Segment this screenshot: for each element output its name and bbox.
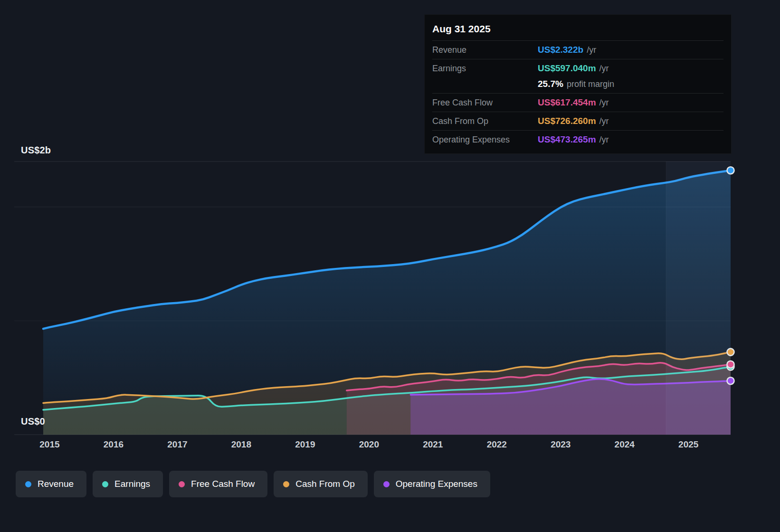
- tooltip-value: 25.7%profit margin: [538, 79, 614, 89]
- tooltip-label: Revenue: [432, 45, 538, 55]
- x-tick: 2015: [28, 439, 71, 450]
- x-tick: 2025: [667, 439, 710, 450]
- tooltip-label: Earnings: [432, 64, 538, 74]
- legend-item-cash-from-op[interactable]: Cash From Op: [274, 471, 368, 497]
- free-cash-flow-legend-dot-icon: [179, 481, 185, 487]
- tooltip-unit: /yr: [599, 116, 609, 126]
- legend-label: Revenue: [38, 479, 74, 489]
- tooltip-unit: /yr: [599, 98, 609, 107]
- tooltip-unit: profit margin: [567, 79, 614, 89]
- legend-label: Earnings: [114, 479, 150, 489]
- legend-label: Cash From Op: [295, 479, 355, 489]
- x-tick: 2021: [411, 439, 454, 450]
- chart-tooltip: Aug 31 2025 Revenue US$2.322b/yr Earning…: [424, 14, 732, 154]
- tooltip-row-earnings: Earnings US$597.040m/yr: [432, 59, 723, 77]
- x-tick: 2020: [348, 439, 390, 450]
- x-tick: 2023: [539, 439, 582, 450]
- tooltip-unit: /yr: [599, 135, 609, 144]
- tooltip-label: Cash From Op: [432, 116, 538, 126]
- tooltip-label: Free Cash Flow: [432, 98, 538, 108]
- legend-label: Operating Expenses: [396, 479, 477, 489]
- revenue-legend-dot-icon: [25, 481, 31, 487]
- tooltip-row-profit-margin: 25.7%profit margin: [432, 77, 723, 93]
- chart-app: US$2b US$0 20152016201720182019202020212…: [0, 0, 780, 532]
- tooltip-value: US$473.265m/yr: [538, 134, 609, 145]
- tooltip-row-revenue: Revenue US$2.322b/yr: [432, 40, 723, 59]
- tooltip-unit: /yr: [587, 45, 596, 55]
- legend-item-earnings[interactable]: Earnings: [93, 471, 163, 497]
- tooltip-label: Operating Expenses: [432, 135, 538, 145]
- x-tick: 2017: [156, 439, 199, 450]
- legend-item-operating-expenses[interactable]: Operating Expenses: [374, 471, 490, 497]
- tooltip-row-cash-from-op: Cash From Op US$726.260m/yr: [432, 112, 723, 130]
- tooltip-value: US$617.454m/yr: [538, 97, 609, 108]
- tooltip-value: US$726.260m/yr: [538, 116, 609, 126]
- legend-label: Free Cash Flow: [191, 479, 255, 489]
- tooltip-row-free-cash-flow: Free Cash Flow US$617.454m/yr: [432, 93, 723, 112]
- y-axis-label-bottom: US$0: [21, 416, 45, 427]
- tooltip-unit: /yr: [599, 64, 609, 73]
- operating-expenses-legend-dot-icon: [383, 481, 390, 487]
- x-tick: 2019: [284, 439, 326, 450]
- tooltip-value: US$2.322b/yr: [538, 45, 596, 55]
- y-axis-label-top: US$2b: [21, 145, 51, 156]
- x-axis: 2015201620172018201920202021202220232024…: [0, 439, 780, 454]
- x-tick: 2016: [92, 439, 135, 450]
- tooltip-date: Aug 31 2025: [432, 19, 723, 40]
- legend-item-revenue[interactable]: Revenue: [16, 471, 86, 497]
- tooltip-row-operating-expenses: Operating Expenses US$473.265m/yr: [432, 130, 723, 149]
- earnings-legend-dot-icon: [102, 481, 108, 487]
- x-tick: 2024: [603, 439, 646, 450]
- tooltip-value: US$597.040m/yr: [538, 63, 609, 74]
- cash-from-op-legend-dot-icon: [283, 481, 289, 487]
- x-tick: 2022: [476, 439, 518, 450]
- x-tick: 2018: [220, 439, 263, 450]
- legend-item-free-cash-flow[interactable]: Free Cash Flow: [169, 471, 267, 497]
- chart-legend: Revenue Earnings Free Cash Flow Cash Fro…: [16, 471, 490, 497]
